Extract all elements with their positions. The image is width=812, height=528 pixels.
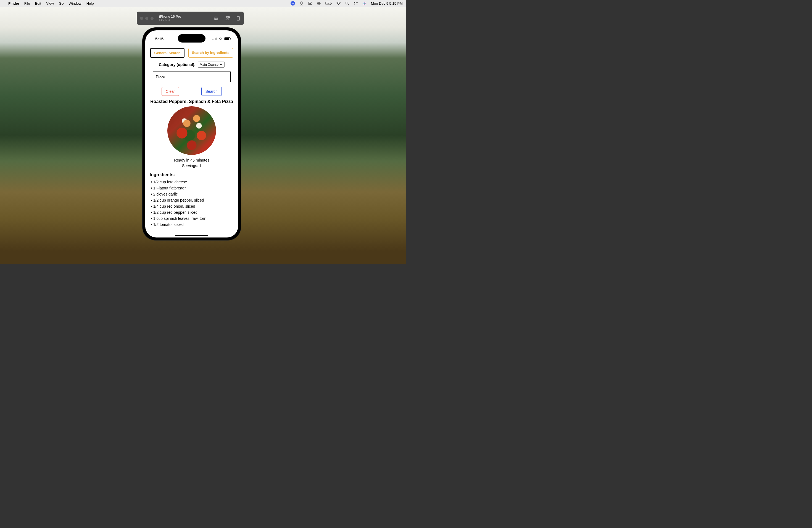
status-bar-time: 5:15 xyxy=(155,36,163,41)
recipe-title: Roasted Peppers, Spinach & Feta Pizza xyxy=(150,99,234,104)
svg-rect-9 xyxy=(354,2,355,3)
ingredient-item: 1 Flatout flatbread* xyxy=(151,185,234,191)
app-content: General Search Search by Ingredients Cat… xyxy=(145,46,238,232)
siri-icon[interactable] xyxy=(362,1,366,5)
menubar-clock[interactable]: Mon Dec 9 5:15 PM xyxy=(371,1,403,5)
minimize-window-button[interactable] xyxy=(145,17,148,20)
simulator-rotate-icon[interactable] xyxy=(236,16,241,21)
cellular-signal-icon xyxy=(213,38,217,40)
ingredients-heading: Ingredients: xyxy=(150,172,234,177)
category-label: Category (optional): xyxy=(159,62,195,67)
recipe-meta: Ready in 45 minutes Servings: 1 xyxy=(150,158,234,168)
svg-point-10 xyxy=(354,4,355,4)
menubar-right: zm Mon Dec 9 5:15 PM xyxy=(291,1,403,5)
category-row: Category (optional): Main Course ▼ xyxy=(150,62,234,68)
app-menu[interactable]: Finder xyxy=(8,1,19,5)
menu-go[interactable]: Go xyxy=(59,1,63,5)
search-button[interactable]: Search xyxy=(201,87,222,96)
ingredient-item: 1/2 cup orange pepper, sliced xyxy=(151,197,234,203)
category-select[interactable]: Main Course ▼ xyxy=(198,62,224,68)
close-window-button[interactable] xyxy=(140,17,143,20)
home-indicator[interactable] xyxy=(175,235,208,236)
menu-file[interactable]: File xyxy=(24,1,30,5)
svg-point-14 xyxy=(364,3,365,4)
menu-window[interactable]: Window xyxy=(69,1,81,5)
ingredient-item: 1/2 cup red pepper, sliced xyxy=(151,209,234,216)
simulator-title: iPhone 15 Pro iOS 17.4 xyxy=(159,15,181,21)
ingredient-item: 1/2 cup feta cheese xyxy=(151,179,234,185)
spotlight-icon[interactable] xyxy=(345,1,349,5)
menu-view[interactable]: View xyxy=(46,1,54,5)
svg-rect-6 xyxy=(331,3,332,4)
iphone-device-frame: 5:15 General Search Search by Ingredient… xyxy=(143,28,241,240)
search-mode-tabs: General Search Search by Ingredients xyxy=(150,48,234,58)
screen-mirroring-icon[interactable] xyxy=(308,1,313,5)
wifi-menubar-icon[interactable] xyxy=(336,2,341,5)
battery-menubar-icon[interactable] xyxy=(325,2,332,5)
ingredient-item: 1/4 cup red onion, sliced xyxy=(151,203,234,209)
action-buttons: Clear Search xyxy=(150,87,234,96)
search-input[interactable] xyxy=(153,72,231,82)
recipe-ready-time: Ready in 45 minutes xyxy=(150,158,234,163)
globe-icon[interactable] xyxy=(317,1,321,5)
instructions-heading: Instructions: xyxy=(150,231,234,232)
svg-point-0 xyxy=(301,2,303,4)
menubar-left: Finder File Edit View Go Window Help xyxy=(3,1,93,5)
svg-point-2 xyxy=(311,2,311,3)
window-traffic-lights xyxy=(140,17,154,20)
wifi-icon xyxy=(218,37,222,40)
svg-rect-17 xyxy=(229,16,230,18)
ingredients-list: 1/2 cup feta cheese 1 Flatout flatbread*… xyxy=(150,179,234,228)
macos-menubar: Finder File Edit View Go Window Help zm xyxy=(0,0,406,6)
ingredient-item: 2 cloves garlic xyxy=(151,191,234,197)
tab-search-by-ingredients[interactable]: Search by Ingredients xyxy=(188,48,233,58)
svg-point-8 xyxy=(346,2,348,4)
simulator-os-version: iOS 17.4 xyxy=(159,18,181,21)
clear-button[interactable]: Clear xyxy=(162,87,179,96)
zoom-menubar-icon[interactable]: zm xyxy=(291,1,295,5)
simulator-window-toolbar: iPhone 15 Pro iOS 17.4 xyxy=(137,12,244,25)
zoom-window-button[interactable] xyxy=(150,17,154,20)
menubar-app-icon[interactable] xyxy=(300,1,304,5)
iphone-screen: 5:15 General Search Search by Ingredient… xyxy=(145,30,238,237)
dynamic-island xyxy=(178,34,205,43)
ingredient-item: 1/2 tomato, sliced xyxy=(151,221,234,228)
tab-general-search[interactable]: General Search xyxy=(150,48,184,58)
simulator-home-icon[interactable] xyxy=(214,16,218,21)
recipe-image xyxy=(168,106,216,155)
battery-icon xyxy=(224,37,230,40)
menu-help[interactable]: Help xyxy=(86,1,94,5)
simulator-screenshot-icon[interactable] xyxy=(224,16,230,21)
recipe-servings: Servings: 1 xyxy=(150,163,234,169)
svg-rect-18 xyxy=(237,17,240,20)
ingredient-item: 1 cup spinach leaves, raw, torn xyxy=(151,216,234,221)
menu-edit[interactable]: Edit xyxy=(35,1,41,5)
svg-point-16 xyxy=(226,18,228,19)
control-center-icon[interactable] xyxy=(353,2,358,5)
simulator-device-name: iPhone 15 Pro xyxy=(159,15,181,18)
